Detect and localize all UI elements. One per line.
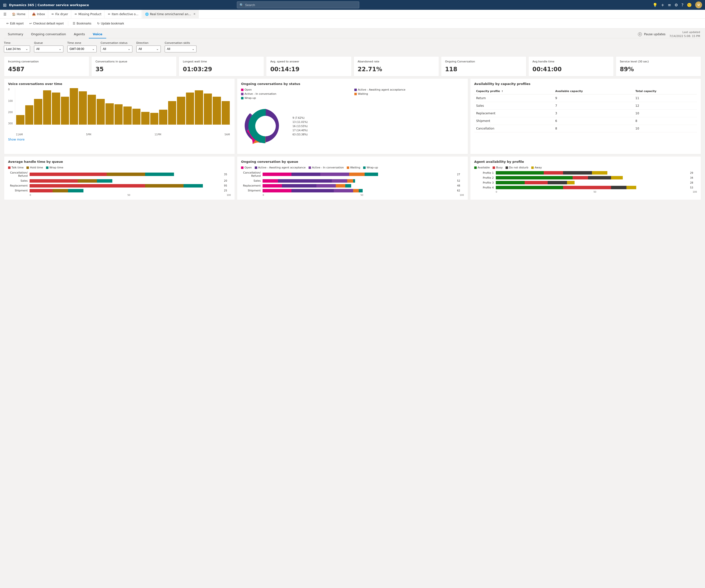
- capacity-table: Capacity profile ↑ Available capacity To…: [474, 88, 697, 132]
- edit-report-button[interactable]: ✏ Edit report: [4, 20, 26, 27]
- bar: [141, 112, 149, 125]
- agent-availability-card: Agent availability by profile AvailableB…: [470, 156, 701, 200]
- add-icon[interactable]: +: [661, 3, 664, 7]
- bookmarks-button[interactable]: ☰ Bookmarks: [70, 20, 94, 27]
- close-tab-icon[interactable]: ✕: [193, 12, 195, 16]
- tab-voice[interactable]: Voice: [89, 30, 106, 38]
- tab-fix-dryer[interactable]: ✏ Fix dryer: [49, 10, 71, 18]
- filter-timezone-select[interactable]: GMT-08:00 GMT-05:00: [67, 46, 97, 52]
- y-axis-labels: 300 200 100 0: [8, 88, 13, 125]
- tab-home[interactable]: 🏠 Home: [9, 10, 29, 18]
- kpi-card: Ongoing Conversation118: [441, 56, 526, 76]
- edit-icon-3: ✏: [108, 12, 110, 16]
- filter-queue-select[interactable]: All: [34, 46, 63, 52]
- hbar-label: Profile 2: [474, 176, 494, 179]
- col-profile: Capacity profile ↑: [474, 88, 553, 94]
- hbar-segment: [345, 184, 351, 187]
- hbar-row: Profile 129: [474, 171, 697, 175]
- kpi-value: 35: [95, 66, 173, 73]
- bar: [79, 91, 87, 125]
- avg-handle-chart: Cancellation/Refund35Sales20Replacement9…: [8, 171, 231, 192]
- col-available: Available capacity: [553, 88, 633, 94]
- bar: [70, 88, 78, 125]
- tab-item-defective[interactable]: ✏ Item defective o...: [105, 10, 141, 18]
- hbar-segment: [53, 189, 68, 192]
- top-nav-icons: 💡 + ≡ ⚙ ? 🙂 U: [653, 1, 702, 8]
- report-tabs: Summary Ongoing conversation Agents Voic…: [4, 29, 701, 38]
- ongoing-queue-x-ticks: 0 50 100: [263, 194, 464, 196]
- filter-timezone: Time zone GMT-08:00 GMT-05:00: [67, 41, 97, 52]
- refresh-icon: ↻: [97, 22, 100, 25]
- tab-real-time[interactable]: 🌐 Real time omnichannel an... ✕: [142, 10, 199, 18]
- table-row: Shipment68: [474, 117, 697, 125]
- agent-avail-x-ticks: 0 50 100: [496, 191, 697, 193]
- kpi-card: Longest wait time01:03:29: [179, 56, 264, 76]
- edit-icon: ✏: [52, 12, 54, 16]
- tab-inbox[interactable]: 📥 Inbox: [29, 10, 48, 18]
- hbar-track: [30, 179, 222, 183]
- checkout-button[interactable]: ↩ Checkout default report: [27, 20, 66, 27]
- hbar-segment: [611, 176, 622, 179]
- filters-row: Time Last 24 hrs Last 7 days Last 30 day…: [4, 38, 701, 54]
- hbar-row: Sales20: [8, 179, 231, 183]
- show-more-link[interactable]: Show more: [8, 138, 25, 141]
- tab-ongoing-conversation[interactable]: Ongoing conversation: [27, 30, 70, 38]
- hbar-segment: [332, 179, 347, 183]
- table-row: Replacement310: [474, 110, 697, 117]
- hbar-segment: [496, 176, 573, 179]
- hbar-value: 35: [224, 173, 231, 176]
- hbar-label: Sales: [241, 179, 261, 182]
- help-icon[interactable]: ?: [681, 3, 684, 7]
- hbar-value: 53: [690, 186, 697, 189]
- filter-queue-wrap: All: [34, 46, 63, 52]
- filter-skills-select[interactable]: All: [165, 46, 196, 52]
- donut-legend: OpenActive - Awaiting agent acceptanceAc…: [241, 88, 464, 100]
- search-input[interactable]: [245, 3, 357, 7]
- hbar-track: [30, 184, 222, 187]
- last-updated: Last updated 7/14/2022 5:08: 15 PM: [669, 30, 700, 38]
- hbar-row: Cancellation/Refund35: [8, 171, 231, 178]
- update-bookmark-button[interactable]: ↻ Update bookmark: [95, 20, 127, 27]
- filter-time-select[interactable]: Last 24 hrs Last 7 days Last 30 days: [4, 46, 30, 52]
- hbar-value: 29: [690, 172, 697, 174]
- pause-updates-button[interactable]: ⏸ Pause updates: [638, 32, 666, 36]
- report-tabs-right: ⏸ Pause updates Last updated 7/14/2022 5…: [638, 30, 701, 38]
- top-charts-row: Voice conversations over time 300 200 10…: [4, 78, 701, 154]
- sort-icon: ↑: [502, 90, 503, 93]
- agent-avail-chart: Profile 129Profile 234Profile 328Profile…: [474, 171, 697, 189]
- filter-direction-select[interactable]: All: [136, 46, 161, 52]
- legend-item: Available: [474, 166, 490, 169]
- tab-summary[interactable]: Summary: [4, 30, 27, 38]
- hbar-segment: [353, 189, 359, 192]
- bookmark-icon: ☰: [73, 22, 76, 25]
- settings-icon[interactable]: ⚙: [674, 3, 678, 7]
- lightbulb-icon[interactable]: 💡: [653, 3, 658, 7]
- emoji-icon[interactable]: 🙂: [687, 3, 692, 7]
- avg-handle-x-ticks: 0 50 100: [30, 194, 231, 196]
- kpi-label: Avg.handle time: [532, 60, 610, 63]
- hbar-segment: [278, 179, 332, 183]
- bar: [105, 103, 114, 125]
- tab-agents[interactable]: Agents: [70, 30, 89, 38]
- hbar-label: Profile 4: [474, 186, 494, 189]
- hbar-segment: [359, 189, 363, 192]
- filter-conv-status-select[interactable]: All: [101, 46, 132, 52]
- app-grid-icon[interactable]: ⊞: [3, 2, 7, 8]
- hbar-label: Shipment: [8, 189, 28, 192]
- kpi-card: Avg. speed to answer00:14:19: [266, 56, 351, 76]
- hbar-row: Profile 328: [474, 181, 697, 184]
- bar: [34, 99, 42, 125]
- capacity-table-scroll[interactable]: Capacity profile ↑ Available capacity To…: [474, 88, 697, 132]
- avatar[interactable]: U: [695, 1, 702, 8]
- kpi-row: Incoming conversation4587Conversations i…: [4, 56, 701, 76]
- kpi-label: Service level (30 sec): [620, 60, 697, 63]
- hbar-track: [263, 184, 455, 187]
- sidebar-toggle-icon[interactable]: ☰: [1, 12, 9, 16]
- ongoing-queue-chart: Cancellation/Refund27Sales52Replacement4…: [241, 171, 464, 192]
- globe-icon: 🌐: [145, 12, 149, 16]
- search-box[interactable]: 🔍: [237, 1, 359, 8]
- tab-missing-product[interactable]: ✏ Missing Product: [72, 10, 104, 18]
- hbar-row: Replacement95: [8, 184, 231, 187]
- legend-item: Active - Awaiting agent acceptance: [354, 88, 464, 91]
- menu-icon[interactable]: ≡: [668, 3, 671, 7]
